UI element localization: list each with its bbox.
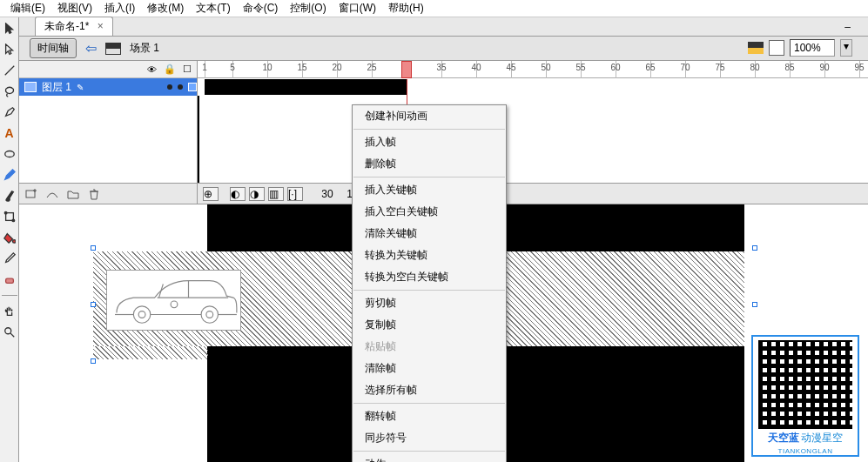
menu-separator [353, 451, 505, 452]
svg-point-5 [12, 240, 16, 244]
brush-tool-icon[interactable] [2, 188, 17, 204]
divider [2, 295, 17, 296]
frames-empty [198, 96, 868, 183]
line-tool-icon[interactable] [2, 63, 17, 78]
delete-layer-icon[interactable] [87, 187, 103, 201]
frame-ruler[interactable]: 15101520253035404550556065707580859095 [198, 61, 868, 78]
new-motion-guide-icon[interactable] [45, 187, 61, 201]
resize-handle[interactable] [91, 245, 96, 251]
hand-tool-icon[interactable] [2, 304, 17, 319]
onion-skin-outlines-icon[interactable]: ◑ [249, 187, 265, 201]
layer-row[interactable]: 图层 1 ✎ [19, 78, 197, 96]
onion-skin-icon[interactable]: ◐ [230, 187, 246, 201]
playhead[interactable] [401, 61, 412, 78]
menu-text[interactable]: 文本(T) [196, 1, 230, 16]
menu-insert-blank-keyframe[interactable]: 插入空白关键帧 [353, 201, 506, 223]
stage-shape [507, 346, 744, 462]
menu-actions[interactable]: 动作 [353, 453, 506, 462]
layers-empty [19, 96, 197, 183]
timeline-toggle-button[interactable]: 时间轴 [30, 38, 77, 58]
menu-insert[interactable]: 插入(I) [104, 1, 135, 16]
svg-rect-9 [26, 191, 35, 198]
menu-edit[interactable]: 编辑(E) [10, 1, 45, 16]
menu-insert-frame[interactable]: 插入帧 [353, 131, 506, 153]
menu-separator [353, 403, 505, 404]
zoom-input[interactable]: 100% [790, 39, 835, 57]
zoom-tool-icon[interactable] [2, 325, 17, 340]
edit-scene-icon[interactable] [748, 42, 764, 54]
tools-panel: A [0, 17, 19, 462]
center-frame-icon[interactable]: ⊕ [203, 187, 219, 201]
menu-modify[interactable]: 修改(M) [147, 1, 184, 16]
outline-color-icon[interactable] [188, 83, 197, 91]
document-tabbar: 未命名-1* × – [19, 17, 868, 37]
minimize-button[interactable]: – [844, 21, 851, 33]
menu-reverse-frames[interactable]: 翻转帧 [353, 405, 506, 427]
close-icon[interactable]: × [98, 20, 104, 32]
lasso-tool-icon[interactable] [2, 84, 17, 99]
frames-row[interactable] [198, 78, 868, 96]
selection-tool-icon[interactable] [2, 21, 17, 37]
menu-control[interactable]: 控制(O) [290, 1, 326, 16]
pencil-tool-icon[interactable] [2, 167, 17, 183]
outline-column-icon[interactable]: ☐ [183, 64, 192, 75]
edit-multiple-frames-icon[interactable]: ▥ [268, 187, 284, 201]
document-tab[interactable]: 未命名-1* × [35, 17, 113, 36]
menu-copy-frames[interactable]: 复制帧 [353, 314, 506, 336]
bucket-tool-icon[interactable] [2, 230, 17, 245]
menu-insert-keyframe[interactable]: 插入关键帧 [353, 179, 506, 201]
oval-tool-icon[interactable] [2, 146, 17, 162]
current-frame-value: 30 [314, 188, 340, 200]
new-folder-icon[interactable] [66, 187, 82, 201]
menu-create-motion-tween[interactable]: 创建补间动画 [353, 105, 506, 127]
scene-label: 场景 1 [130, 41, 159, 56]
edit-symbol-icon[interactable] [769, 40, 784, 56]
transform-tool-icon[interactable] [2, 209, 17, 224]
menu-convert-to-blank-keyframe[interactable]: 转换为空白关键帧 [353, 266, 506, 288]
svg-line-0 [4, 66, 14, 76]
menu-select-all-frames[interactable]: 选择所有帧 [353, 379, 506, 401]
menu-clear-frames[interactable]: 清除帧 [353, 358, 506, 379]
scene-bar: 时间轴 ⇦ 场景 1 100% ▾ [19, 37, 868, 61]
eraser-tool-icon[interactable] [2, 271, 17, 287]
svg-point-1 [4, 151, 14, 157]
frame-span [205, 79, 407, 95]
layers-footer [19, 183, 197, 204]
pen-tool-icon[interactable] [2, 104, 17, 120]
menu-remove-frame[interactable]: 删除帧 [353, 153, 506, 175]
resize-handle[interactable] [752, 245, 757, 251]
menu-convert-to-keyframe[interactable]: 转换为关键帧 [353, 244, 506, 266]
zoom-dropdown-icon[interactable]: ▾ [840, 39, 852, 57]
visibility-column-icon[interactable]: 👁 [147, 64, 157, 75]
stage-shape [507, 204, 744, 251]
resize-handle[interactable] [91, 358, 96, 364]
menu-cut-frames[interactable]: 剪切帧 [353, 292, 506, 314]
frame-context-menu: 创建补间动画 插入帧 删除帧 插入关键帧 插入空白关键帧 清除关键帧 转换为关键… [352, 104, 507, 462]
menu-clear-keyframe[interactable]: 清除关键帧 [353, 223, 506, 244]
menu-paste-frames: 粘贴帧 [353, 336, 506, 358]
eyedropper-tool-icon[interactable] [2, 251, 17, 266]
new-layer-icon[interactable] [24, 187, 40, 201]
qr-brand-en: TIANKONGLAN [778, 447, 833, 455]
onion-markers-icon[interactable]: [·] [287, 187, 303, 201]
visibility-dot-icon[interactable] [167, 84, 172, 90]
svg-point-7 [4, 328, 10, 334]
lock-dot-icon[interactable] [178, 84, 183, 90]
svg-point-3 [4, 211, 7, 214]
menu-commands[interactable]: 命令(C) [243, 1, 279, 16]
lock-column-icon[interactable]: 🔒 [164, 64, 176, 75]
pencil-icon: ✎ [77, 83, 84, 92]
scene-back-icon[interactable]: ⇦ [85, 40, 97, 57]
subselection-tool-icon[interactable] [2, 42, 17, 57]
tab-title: 未命名-1* [44, 20, 89, 32]
scene-icon [105, 43, 121, 55]
resize-handle[interactable] [91, 302, 96, 307]
menu-window[interactable]: 窗口(W) [339, 1, 376, 16]
text-tool-icon[interactable]: A [2, 125, 17, 141]
menu-help[interactable]: 帮助(H) [388, 1, 424, 16]
resize-handle[interactable] [752, 302, 757, 307]
menu-sync-symbols[interactable]: 同步符号 [353, 427, 506, 449]
menu-separator [353, 290, 505, 291]
qr-watermark: 天空蓝动漫星空 TIANKONGLAN [751, 335, 859, 457]
menu-view[interactable]: 视图(V) [57, 1, 92, 16]
